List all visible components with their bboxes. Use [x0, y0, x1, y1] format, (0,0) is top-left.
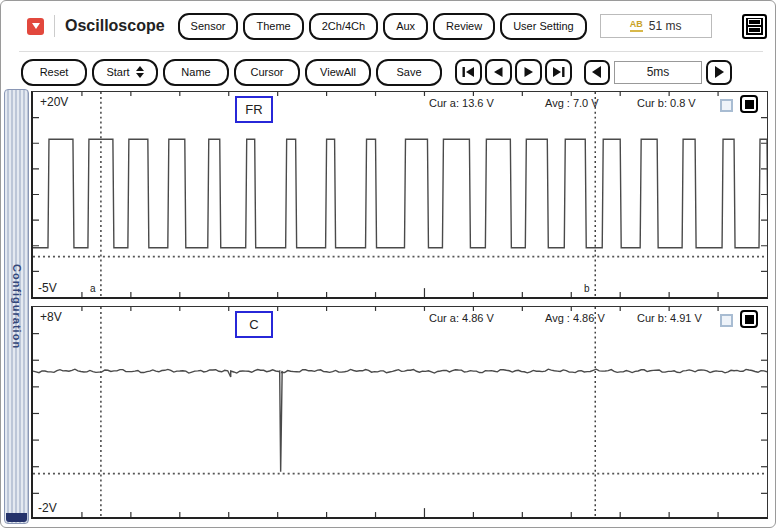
timebase-decrease-button[interactable] — [584, 60, 610, 85]
start-button[interactable]: Start — [92, 59, 158, 86]
skip-start-icon — [462, 66, 475, 78]
cursor-b-marker[interactable]: b — [584, 283, 590, 294]
display-checkbox[interactable] — [720, 314, 733, 327]
save-label: Save — [396, 66, 421, 78]
transport-controls — [455, 59, 572, 85]
cursor-time-readout: AB 51 ms — [600, 14, 712, 38]
triangle-left-icon — [591, 65, 603, 79]
cursor-a-marker[interactable]: a — [90, 283, 96, 294]
app-title: Oscilloscope — [65, 17, 165, 35]
display-checkbox[interactable] — [720, 99, 733, 112]
divider — [54, 15, 55, 37]
avg-readout: Avg : 7.0 V — [545, 97, 599, 109]
triangle-right-icon — [713, 65, 725, 79]
cursor-a-readout: Cur a: 4.86 V — [429, 312, 494, 324]
focus-channel-button[interactable] — [740, 310, 758, 328]
cursor-a-readout: Cur a: 13.6 V — [429, 97, 494, 109]
vmax-label: +20V — [40, 95, 68, 109]
review-button[interactable]: Review — [433, 13, 495, 40]
channel-label-c[interactable]: C — [235, 311, 273, 338]
start-label: Start — [106, 66, 129, 78]
step-forward-button[interactable] — [515, 59, 542, 85]
cursor-b-readout: Cur b: 4.91 V — [637, 312, 702, 324]
timebase-value[interactable]: 5ms — [614, 61, 702, 84]
scope-panel-c: +8V -2V C Cur a: 4.86 V Avg : 4.86 V Cur… — [31, 306, 768, 519]
oscilloscope-app-window: Oscilloscope Sensor Theme 2Ch/4Ch Aux Re… — [0, 0, 776, 528]
viewall-button[interactable]: ViewAll — [305, 59, 371, 86]
black-square-icon — [745, 100, 754, 109]
skip-end-button[interactable] — [545, 59, 572, 85]
cursor-label: Cursor — [250, 66, 283, 78]
save-button[interactable]: Save — [376, 59, 442, 86]
list-menu-icon[interactable] — [742, 14, 767, 39]
configuration-label: Configuration — [11, 264, 23, 349]
step-back-icon — [492, 66, 505, 78]
viewall-label: ViewAll — [320, 66, 356, 78]
timebase-selector: 5ms — [584, 60, 732, 85]
menu-bar — [748, 19, 761, 25]
channel-label-fr[interactable]: FR — [235, 96, 273, 123]
avg-readout: Avg : 4.86 V — [545, 312, 605, 324]
cursor-b-readout: Cur b: 0.8 V — [637, 97, 696, 109]
step-forward-icon — [522, 66, 535, 78]
timebase-increase-button[interactable] — [706, 60, 732, 85]
vmin-label: -5V — [38, 281, 57, 295]
black-square-icon — [745, 315, 754, 324]
toolbar-controls: Reset Start Name Cursor ViewAll Save — [21, 56, 767, 88]
channel-mode-button[interactable]: 2Ch/4Ch — [309, 13, 378, 40]
focus-channel-button[interactable] — [740, 95, 758, 113]
vmin-label: -2V — [38, 501, 57, 515]
reset-button[interactable]: Reset — [21, 59, 87, 86]
name-button[interactable]: Name — [163, 59, 229, 86]
reset-label: Reset — [40, 66, 69, 78]
scope-panel-fr: +20V -5V FR Cur a: 13.6 V Avg : 7.0 V Cu… — [31, 91, 768, 299]
app-logo-dropdown-icon[interactable] — [27, 18, 44, 35]
triangle-down-icon — [32, 23, 40, 29]
start-spinner-icon — [136, 66, 144, 78]
step-back-button[interactable] — [485, 59, 512, 85]
cursor-time-value: 51 ms — [649, 19, 682, 33]
user-setting-button[interactable]: User Setting — [500, 13, 587, 40]
name-label: Name — [181, 66, 210, 78]
toolbar-divider — [19, 51, 763, 52]
aux-button[interactable]: Aux — [383, 13, 428, 40]
waveform-fr — [33, 92, 767, 297]
theme-button[interactable]: Theme — [243, 13, 303, 40]
skip-start-button[interactable] — [455, 59, 482, 85]
toolbar-main: Oscilloscope Sensor Theme 2Ch/4Ch Aux Re… — [27, 9, 767, 43]
cursor-button[interactable]: Cursor — [234, 59, 300, 86]
menu-bar — [748, 27, 761, 33]
skip-end-icon — [552, 66, 565, 78]
ab-cursor-time-icon: AB — [630, 20, 643, 32]
configuration-tab[interactable]: Configuration — [4, 89, 29, 524]
waveform-c — [33, 307, 767, 517]
sensor-button[interactable]: Sensor — [178, 13, 239, 40]
vmax-label: +8V — [40, 310, 62, 324]
